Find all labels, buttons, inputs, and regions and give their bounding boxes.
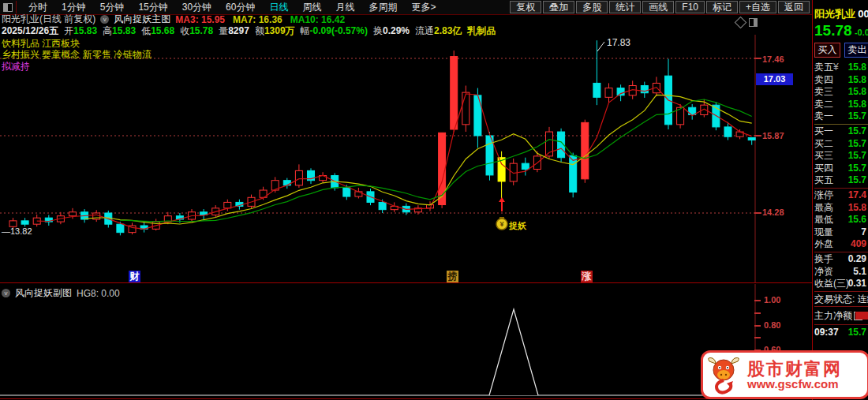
stat-row: 现量7 (814, 226, 868, 239)
ma-values: MA3: 15.95MA7: 16.36MA10: 16.42 (175, 14, 345, 25)
main-force-row: 主力净额 (814, 308, 868, 323)
quote-info-item: 开15.83 (64, 24, 97, 35)
price-axis-label: 15.87 (762, 131, 784, 140)
window-split-icon[interactable] (3, 3, 13, 12)
toolbar-button[interactable]: +自选 (739, 1, 776, 13)
panel-stock-name: 阳光乳业 (814, 8, 855, 20)
toolbar-button[interactable]: 返回 (778, 1, 810, 13)
main-force-label: 主力净额 (814, 310, 852, 321)
logo-site-url: www.gscfw.com (747, 378, 842, 391)
main-force-bar (855, 312, 868, 320)
period-menu-item[interactable]: 30分钟 (175, 1, 219, 14)
quote-info-item: 收15.78 (180, 24, 213, 35)
ask-row[interactable]: 卖三15.8 (814, 86, 868, 99)
tick-time: 09:37 (814, 327, 839, 338)
ask-row[interactable]: 卖一15.7 (814, 110, 868, 123)
bid-row[interactable]: 买二15.7 (814, 138, 868, 151)
period-menu-item[interactable]: 更多> (404, 1, 443, 14)
candlestick-chart[interactable]: 17.83—13.82¥捉妖 (0, 35, 813, 282)
bid-row[interactable]: 买四15.7 (814, 163, 868, 175)
chart-divider (0, 282, 813, 283)
order-book: 卖五¥15.8卖四15.8卖三15.8卖二15.8卖一15.7 买一15.7买二… (814, 62, 868, 338)
highlight-price-box: 17.03 (756, 73, 793, 85)
ma-value: MA3: 15.95 (175, 14, 225, 25)
stat-row: 最低15.6 (814, 214, 868, 226)
order-buttons: 买入 卖出 (814, 43, 868, 58)
panel-section-divider (814, 324, 868, 325)
signal-marker: 财 (129, 271, 140, 282)
panel-section-divider (814, 306, 868, 307)
price-axis-label: 14.28 (762, 207, 784, 217)
toolbar-button[interactable]: 画线 (642, 1, 674, 13)
ma-value: MA10: 16.42 (290, 14, 345, 25)
toolbar-button[interactable]: 标记 (706, 1, 738, 13)
stat-row: 净资5.1 (814, 266, 868, 279)
toolbar-button[interactable]: F10 (675, 1, 705, 13)
toolbar-button[interactable]: 叠加 (543, 1, 574, 13)
bid-row[interactable]: 买一15.7 (814, 125, 868, 138)
last-price: 15.78 (814, 22, 852, 39)
stat-row: 最高15.8 (814, 202, 868, 215)
sub-indicator-chart[interactable] (0, 284, 813, 399)
panel-section-divider (814, 291, 868, 292)
trade-status-row: 交易状态: 连续 (814, 293, 868, 305)
trade-status-value: 连续 (858, 293, 868, 305)
quote-info-item: 换0.29% (373, 24, 410, 35)
split-view-icon[interactable] (749, 18, 758, 27)
sell-button[interactable]: 卖出 (844, 43, 868, 58)
buy-button[interactable]: 买入 (814, 43, 840, 58)
period-menu: 分时1分钟5分钟15分钟30分钟60分钟日线周线月线多周期更多> (21, 1, 443, 14)
panel-stock-title: 阳光乳业 0013 (814, 7, 868, 21)
period-menu-item[interactable]: 周线 (295, 1, 328, 14)
stat-row: 外盘409 (814, 238, 868, 251)
bid-row[interactable]: 买五15.7 (814, 174, 868, 187)
toolbar-divider (16, 1, 17, 13)
signal-marker: 涨 (581, 271, 593, 282)
ask-row[interactable]: 卖四15.8 (814, 74, 868, 87)
period-menu-item[interactable]: 多周期 (361, 1, 404, 14)
watermark-logo[interactable]: 股市财富网 www.gscfw.com (701, 350, 868, 399)
chart-title-row: 阳光乳业(日线 前复权) v 风向捉妖主图 MA3: 15.95MA7: 16.… (2, 14, 345, 24)
quote-info-item: 2025/12/26五 (2, 24, 58, 35)
period-menu-item[interactable]: 15分钟 (131, 1, 174, 14)
svg-text:¥: ¥ (499, 220, 503, 228)
quote-info-item: 额1309万 (255, 24, 295, 35)
svg-text:17.83: 17.83 (607, 37, 630, 48)
trade-status-label: 交易状态: (814, 293, 855, 305)
logo-site-name: 股市财富网 (747, 360, 842, 378)
bid-rows: 买一15.7买二15.7买三15.7买四15.7买五15.7 (814, 125, 868, 187)
panel-price-row: 15.78 -0.09 -0.5 (814, 22, 868, 39)
period-menu-item[interactable]: 日线 (262, 1, 295, 14)
toolbar-buttons: 复权叠加多股统计画线F10标记+自选返回 (510, 1, 813, 13)
diamond-marker-icon[interactable] (735, 17, 747, 29)
price-axis-label: 17.46 (762, 54, 784, 64)
bid-row[interactable]: 买三15.7 (814, 150, 868, 163)
stat-row: 换手0.29 (814, 253, 868, 266)
sub-axis-label: 0.80 (764, 320, 780, 330)
sub-axis-label: 1.00 (764, 295, 780, 305)
alert-tag: 拟减持 (2, 60, 30, 73)
collapse-main-icon[interactable]: v (100, 15, 109, 24)
toolbar-button[interactable]: 复权 (510, 1, 541, 13)
ask-row[interactable]: 卖二15.8 (814, 99, 868, 111)
svg-text:捉妖: 捉妖 (508, 221, 527, 230)
period-menu-item[interactable]: 分时 (21, 1, 54, 14)
tick-price: 15.7 (848, 326, 866, 338)
panel-section-divider (814, 252, 868, 252)
quote-panel: 阳光乳业 0013 15.78 -0.09 -0.5 买入 卖出 卖五¥15.8… (813, 0, 868, 400)
period-menu-item[interactable]: 60分钟 (219, 1, 262, 14)
stat-rows-1: 涨停17.4最高15.8最低15.6现量7外盘409 (814, 189, 868, 251)
period-menu-item[interactable]: 1分钟 (54, 1, 93, 14)
stat-rows-2: 换手0.29净资5.1收益(三)0.31 (814, 253, 868, 290)
period-menu-item[interactable]: 5分钟 (93, 1, 132, 14)
quote-info-row: 2025/12/26五开15.83高15.83低15.68收15.78量8297… (2, 24, 496, 35)
period-menu-item[interactable]: 月线 (328, 1, 361, 14)
quote-info-item: 低15.68 (141, 24, 174, 35)
quote-info-item: 流通2.83亿 (415, 24, 462, 35)
ask-row[interactable]: 卖五¥15.8 (814, 62, 868, 74)
toolbar-button[interactable]: 统计 (609, 1, 641, 13)
quote-info-item: 乳制品 (467, 24, 496, 35)
toolbar-button[interactable]: 多股 (576, 1, 608, 13)
signal-marker: 捞 (447, 271, 458, 282)
quote-info-item: 量8297 (219, 24, 249, 35)
